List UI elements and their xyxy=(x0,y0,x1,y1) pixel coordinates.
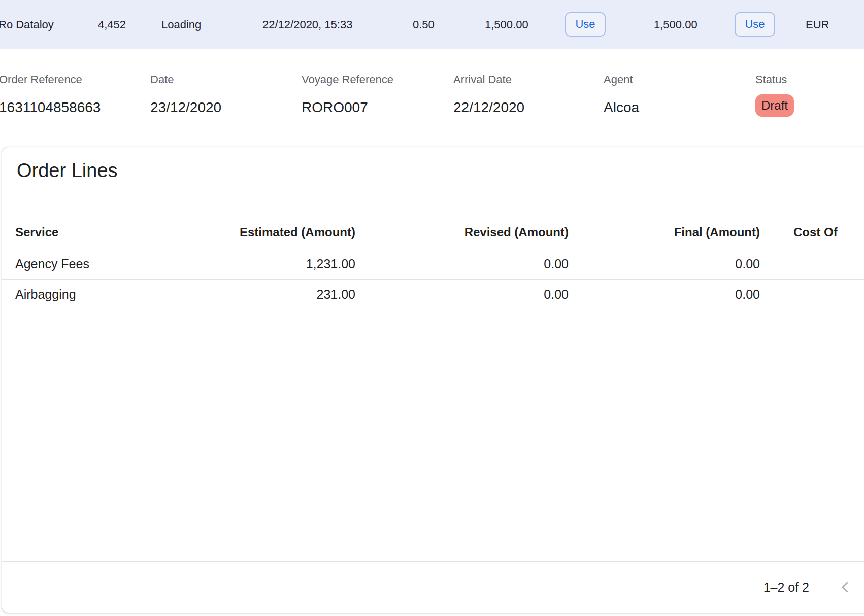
order-lines-card: Order Lines Service Estimated (Amount) R… xyxy=(2,147,864,613)
cell-final: 0.00 xyxy=(569,257,760,271)
table-header-row: Service Estimated (Amount) Revised (Amou… xyxy=(2,216,864,249)
estimated-amount: 1,500.00 xyxy=(485,18,528,31)
field-voyage-reference: Voyage Reference RORO007 xyxy=(302,73,393,116)
status-badge: Draft xyxy=(755,94,794,117)
field-value: 23/12/2020 xyxy=(150,99,221,116)
cell-final: 0.00 xyxy=(569,287,760,302)
previous-page-button[interactable] xyxy=(838,579,853,595)
field-value: 1631104858663 xyxy=(0,99,101,116)
cell-service: Agency Fees xyxy=(2,257,218,271)
order-lines-title: Order Lines xyxy=(17,160,118,182)
currency-code: EUR xyxy=(806,18,829,31)
column-header-final: Final (Amount) xyxy=(569,225,760,239)
cell-estimated: 231.00 xyxy=(218,287,355,302)
order-lines-table: Service Estimated (Amount) Revised (Amou… xyxy=(2,216,864,310)
field-agent: Agent Alcoa xyxy=(604,73,639,116)
voyage-number: 4,452 xyxy=(98,18,126,31)
field-label: Voyage Reference xyxy=(302,73,393,86)
rate-value: 0.50 xyxy=(413,18,435,31)
field-value: RORO007 xyxy=(302,99,393,116)
cell-revised: 0.00 xyxy=(355,257,569,271)
field-label: Date xyxy=(150,73,221,86)
cell-revised: 0.00 xyxy=(355,287,569,302)
field-label: Order Reference xyxy=(0,73,101,86)
activity-datetime: 22/12/2020, 15:33 xyxy=(262,18,352,31)
use-final-button[interactable]: Use xyxy=(735,12,775,37)
field-arrival-date: Arrival Date 22/12/2020 xyxy=(453,73,524,116)
column-header-cost-of: Cost Of xyxy=(760,225,864,239)
field-date: Date 23/12/2020 xyxy=(150,73,221,116)
use-estimated-button[interactable]: Use xyxy=(565,12,606,37)
vessel-name: Ro Dataloy xyxy=(0,18,54,31)
field-label: Agent xyxy=(604,73,639,86)
chevron-left-icon xyxy=(838,579,853,595)
table-row[interactable]: Agency Fees 1,231.00 0.00 0.00 xyxy=(2,249,864,280)
table-paginator: 1–2 of 2 xyxy=(2,561,864,612)
activity-type: Loading xyxy=(161,18,201,31)
cell-service: Airbagging xyxy=(2,287,218,302)
cell-estimated: 1,231.00 xyxy=(218,257,355,271)
field-label: Arrival Date xyxy=(453,73,524,86)
column-header-revised: Revised (Amount) xyxy=(355,225,569,239)
field-value: 22/12/2020 xyxy=(453,99,524,116)
field-order-reference: Order Reference 1631104858663 xyxy=(0,73,101,116)
table-row[interactable]: Airbagging 231.00 0.00 0.00 xyxy=(2,280,864,310)
column-header-estimated: Estimated (Amount) xyxy=(218,225,355,239)
field-label: Status xyxy=(755,73,794,86)
selected-estimate-row[interactable]: Ro Dataloy 4,452 Loading 22/12/2020, 15:… xyxy=(0,0,864,49)
final-amount: 1,500.00 xyxy=(654,18,697,31)
field-value: Alcoa xyxy=(604,99,639,116)
field-status: Status Draft xyxy=(755,73,794,117)
pagination-range-label: 1–2 of 2 xyxy=(763,580,809,595)
column-header-service: Service xyxy=(2,225,218,239)
